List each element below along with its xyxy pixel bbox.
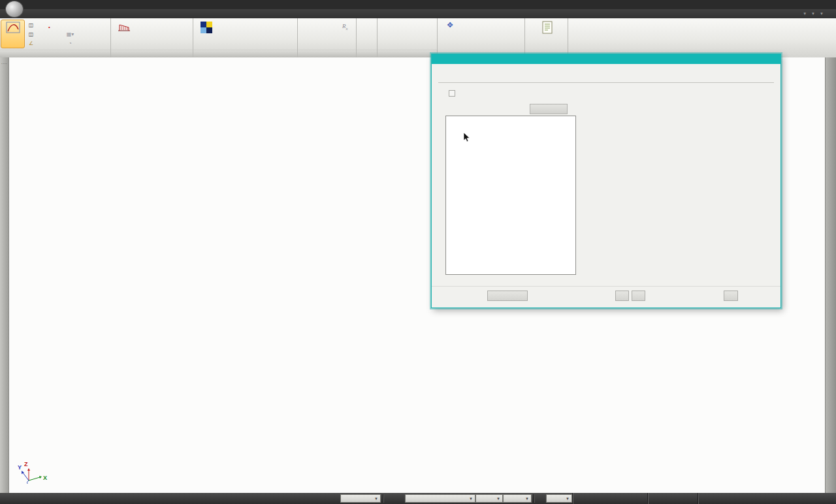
empty-combo[interactable]: ▼ xyxy=(475,494,503,503)
group-label xyxy=(357,50,377,57)
group-label xyxy=(0,50,110,57)
axis-x-label: X xyxy=(43,475,47,481)
elements-counter xyxy=(647,493,698,504)
ribbon-group-documentation xyxy=(526,18,568,57)
slope-icon[interactable]: ∠ xyxy=(26,39,36,48)
style-menu[interactable]: ▼ xyxy=(801,12,807,16)
ribbon-group-rod-forces xyxy=(111,18,193,57)
mouse-cursor xyxy=(463,133,471,143)
epury-mosaic-button[interactable] xyxy=(112,20,136,48)
include-report-checkbox[interactable] xyxy=(449,90,455,97)
nodes-counter xyxy=(572,493,647,504)
number-combo[interactable]: ▼ xyxy=(546,494,572,503)
chevron-down-icon: ▼ xyxy=(466,497,473,501)
coordinate-triad: Z Y X xyxy=(16,457,51,487)
group-label xyxy=(193,50,297,57)
dialog-title-bar[interactable] xyxy=(432,54,780,64)
deformed-scheme-icon xyxy=(5,20,21,34)
group-label xyxy=(378,50,437,57)
chevron-down-icon: ▼ xyxy=(494,497,500,501)
help-menu[interactable]: ▼ xyxy=(818,12,824,16)
symbol-Rx[interactable]: Rx xyxy=(342,23,350,31)
ribbon-group-plate-stresses xyxy=(193,18,298,57)
ribbon-tab-bar xyxy=(0,9,836,18)
ribbon-group-find-center: ✥ xyxy=(439,18,525,57)
tables-dialog xyxy=(431,54,781,308)
ribbon-group-special-elements: Rx xyxy=(298,18,357,57)
mirror-scheme-icon[interactable]: ◫ xyxy=(26,21,36,29)
tab-divider xyxy=(438,82,774,83)
chevron-down-icon: ▼ xyxy=(563,497,570,501)
w-displacement-button[interactable] xyxy=(65,21,75,29)
ok-button[interactable] xyxy=(615,291,629,301)
left-toolbar xyxy=(0,57,9,493)
loadcase-combo[interactable]: ▼ xyxy=(405,494,475,503)
status-bar: ▼ ▼ ▼ ▼ ▼ xyxy=(0,493,836,504)
title-bar xyxy=(0,0,836,9)
mosaic-squares-icon xyxy=(199,20,214,34)
documentation-button[interactable] xyxy=(535,20,559,48)
group-label xyxy=(111,50,193,57)
chevron-down-icon: ▼ xyxy=(372,497,378,501)
group-label xyxy=(298,50,356,57)
mosaic-isofields-button[interactable]: • xyxy=(37,20,61,48)
axis-y-label: Y xyxy=(18,464,22,471)
window-menu[interactable]: ▼ xyxy=(810,12,815,16)
chevron-down-icon: ▼ xyxy=(803,12,807,16)
right-toolbar xyxy=(825,57,836,493)
nds-schemes-button[interactable] xyxy=(1,20,25,48)
axes-cross-icon[interactable]: ✥ xyxy=(447,21,453,29)
isofields-g-icon: • xyxy=(42,20,57,34)
plate-mosaic-button[interactable] xyxy=(194,20,218,48)
axis-z-label: Z xyxy=(24,461,28,467)
window-controls xyxy=(811,0,832,9)
ribbon-group-deformations: ◫ ◫ ∠ • ▦▾ ◔ xyxy=(0,18,111,57)
dialog-button-row xyxy=(432,286,780,307)
next-loadcase-button[interactable] xyxy=(395,494,405,503)
chevron-down-icon: ▼ xyxy=(522,497,529,501)
help-button[interactable] xyxy=(724,291,738,301)
mosaic-grid-button[interactable]: ▦▾ xyxy=(65,30,75,39)
epury-icon xyxy=(116,20,132,34)
pencil-icon[interactable] xyxy=(536,494,546,503)
ribbon-group-joint xyxy=(357,18,378,57)
other-format-button[interactable] xyxy=(530,104,568,114)
menubar-right: ▼ ▼ ▼ xyxy=(801,9,833,18)
averaging-combo[interactable]: ▼ xyxy=(503,494,532,503)
filter-combo[interactable]: ▼ xyxy=(340,494,381,503)
mirror-scheme2-icon[interactable]: ◫ xyxy=(26,30,36,39)
app-logo[interactable] xyxy=(5,1,24,18)
preview-button[interactable] xyxy=(487,291,528,301)
chevron-down-icon: ▼ xyxy=(811,12,815,16)
ribbon-group-single-node xyxy=(378,18,438,57)
prev-loadcase-button[interactable] xyxy=(385,494,395,503)
chevron-down-icon: ▼ xyxy=(820,12,824,16)
ribbon: ◫ ◫ ∠ • ▦▾ ◔ xyxy=(0,18,836,57)
cancel-button[interactable] xyxy=(632,291,645,301)
rotation-button[interactable]: ◔ xyxy=(65,39,75,48)
document-icon xyxy=(539,20,555,34)
loads-counter xyxy=(698,493,836,504)
